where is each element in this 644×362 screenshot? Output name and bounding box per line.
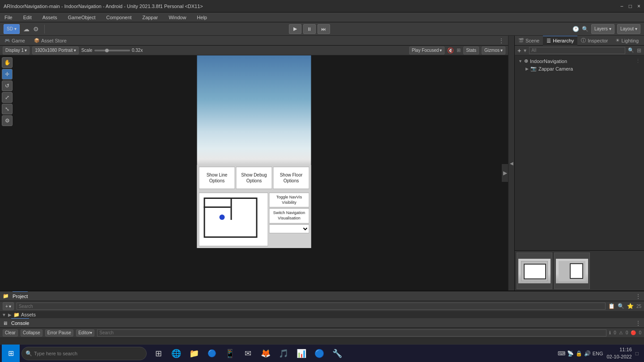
nav-dropdown[interactable] — [269, 224, 309, 233]
menu-gameobject[interactable]: GameObject — [66, 14, 97, 21]
phone-icon[interactable]: 📱 — [222, 345, 238, 362]
menu-assets[interactable]: Assets — [41, 14, 59, 21]
show-debug-options-button[interactable]: Show Debug Options — [236, 167, 272, 189]
project-tabs-more[interactable]: ⋮ — [635, 293, 641, 300]
panel-arrow[interactable]: ▶ — [502, 164, 508, 182]
gizmos-button[interactable]: Gizmos ▾ — [482, 46, 505, 55]
pause-button[interactable]: ⏸ — [303, 24, 316, 34]
rotate-tool[interactable]: ↺ — [2, 80, 13, 91]
menu-zappar[interactable]: Zappar — [140, 14, 160, 21]
editor-button[interactable]: Editor ▾ — [76, 329, 94, 337]
console-tab-label[interactable]: Console — [11, 318, 29, 328]
stats-button[interactable]: Stats — [463, 46, 479, 55]
switch-navigation-button[interactable]: Switch Navigation Visualisation — [269, 208, 309, 223]
hierarchy-indoor-navigation[interactable]: ▼ ⊕ IndoorNavigation ⋮ — [517, 57, 642, 65]
hand-tool[interactable]: ✋ — [2, 57, 13, 68]
clear-button[interactable]: Clear — [3, 329, 18, 337]
console-tabs-more[interactable]: ⋮ — [635, 320, 641, 327]
office-icon[interactable]: 📊 — [293, 345, 309, 362]
info-count: 0 — [614, 330, 616, 335]
scale-label: Scale — [81, 48, 93, 53]
step-button[interactable]: ⏭ — [318, 24, 330, 34]
hierarchy-zappar-camera[interactable]: ▶ 📷 Zappar Camera — [517, 65, 642, 72]
scene-thumb-1[interactable] — [517, 253, 552, 289]
browser-icon[interactable]: 🌐 — [168, 345, 184, 362]
notification-icon[interactable]: □ — [636, 350, 639, 357]
unity-icon[interactable]: 🔵 — [311, 345, 327, 362]
asset-store-label: Asset Store — [41, 38, 67, 43]
scale-slider[interactable] — [94, 50, 130, 51]
rect-tool[interactable]: ⤡ — [2, 104, 13, 114]
transform-tool[interactable]: ⚙ — [2, 115, 13, 126]
menu-component[interactable]: Component — [104, 14, 133, 21]
tools-icon[interactable]: 🔧 — [329, 345, 345, 362]
project-tab-label[interactable]: Project — [13, 291, 28, 301]
taskview-button[interactable]: ⊞ — [150, 345, 166, 362]
collapse-panel-button[interactable]: ◀ — [508, 36, 514, 290]
system-tray: ⌨ 📡 🔒 🔊 ENG — [558, 350, 603, 357]
files-icon[interactable]: 📁 — [186, 345, 202, 362]
mail-icon[interactable]: ✉ — [240, 345, 256, 362]
menu-window[interactable]: Window — [167, 14, 188, 21]
close-button[interactable]: × — [637, 3, 640, 9]
layout-label: Layout — [620, 26, 634, 31]
settings-icon: ⚙ — [33, 25, 39, 33]
toolbar-center: ▶ ⏸ ⏭ — [50, 24, 569, 34]
hierarchy-search[interactable] — [529, 47, 625, 54]
tray-icon-3: 🔒 — [576, 350, 582, 357]
layout-button[interactable]: Layout ▾ — [617, 24, 640, 34]
indoor-navigation-label: IndoorNavigation — [530, 59, 567, 64]
resolution-button[interactable]: 1920x1080 Portrait ▾ — [32, 46, 79, 55]
tray-icon-2: 📡 — [567, 350, 574, 357]
hierarchy-more[interactable]: ▾ — [524, 47, 526, 54]
maximize-button[interactable]: □ — [629, 3, 632, 9]
taskbar-clock: 11:16 02-10-2022 — [606, 346, 631, 360]
hierarchy-expand[interactable]: ⊞ — [637, 47, 641, 54]
tab-asset-store[interactable]: 📦 Asset Store — [30, 36, 71, 46]
assets-folder[interactable]: 📁 Assets — [13, 312, 36, 318]
scale-tool[interactable]: ⤢ — [2, 92, 13, 103]
location-dot — [220, 215, 225, 220]
warn-icon: ⚠ — [619, 330, 623, 335]
scene-thumb-2[interactable] — [554, 253, 590, 289]
error-pause-button[interactable]: Error Pause — [45, 329, 73, 337]
menu-help[interactable]: Help — [195, 14, 209, 21]
layers-button[interactable]: Layers ▾ — [591, 24, 614, 34]
add-asset-button[interactable]: + ▾ — [3, 302, 14, 310]
scene-tools: ✋ ✛ ↺ ⤢ ⤡ ⚙ — [0, 55, 13, 128]
console-search[interactable] — [97, 329, 606, 337]
toolbar-right: 🕐 🔍 Layers ▾ Layout ▾ — [572, 24, 640, 34]
hierarchy-content: ▼ ⊕ IndoorNavigation ⋮ ▶ 📷 Zappar Camera — [515, 55, 644, 250]
show-floor-options-button[interactable]: Show Floor Options — [273, 167, 309, 189]
play-focused-label: Play Focused — [412, 48, 439, 53]
play-focused-button[interactable]: Play Focused ▾ — [409, 46, 445, 55]
menu-file[interactable]: File — [3, 14, 14, 21]
music-icon[interactable]: 🎵 — [275, 345, 292, 362]
edge-icon[interactable]: 🔵 — [204, 345, 220, 362]
menu-edit[interactable]: Edit — [21, 14, 34, 21]
tab-game[interactable]: 🎮 Game — [0, 36, 30, 46]
collapse-button[interactable]: Collapse — [21, 329, 42, 337]
assets-expand-arrow[interactable]: ▼ — [2, 312, 6, 317]
clear-label: Clear — [5, 330, 16, 335]
add-hierarchy-button[interactable]: + — [517, 47, 521, 54]
hier-more[interactable]: ⋮ — [636, 58, 640, 64]
minimize-button[interactable]: − — [620, 3, 623, 9]
scene-tab-right[interactable]: 🎬 Scene — [515, 36, 543, 46]
project-search[interactable] — [17, 303, 606, 310]
sd-button[interactable]: SD ▾ — [4, 24, 20, 34]
inspector-tab[interactable]: ⓘ Inspector — [577, 36, 611, 46]
move-tool[interactable]: ✛ — [2, 69, 13, 80]
display-button[interactable]: Display 1 ▾ — [3, 46, 30, 55]
mute-icon: 🔇 — [447, 47, 454, 54]
start-button[interactable]: ⊞ — [2, 345, 20, 362]
toggle-navvis-button[interactable]: Toggle NavVis Visibility — [269, 193, 309, 207]
hierarchy-tab[interactable]: ☰ Hierarchy — [543, 36, 577, 46]
view-tabs-more[interactable]: ⋮ — [498, 37, 508, 44]
cloud-icon: ☁ — [23, 25, 30, 33]
play-button[interactable]: ▶ — [289, 24, 301, 34]
taskbar-search-box[interactable]: 🔍 Type here to search — [21, 347, 147, 360]
firefox-icon[interactable]: 🦊 — [258, 345, 274, 362]
lighting-tab[interactable]: ☀ Lighting — [612, 36, 643, 46]
show-line-options-button[interactable]: Show Line Options — [199, 167, 235, 189]
